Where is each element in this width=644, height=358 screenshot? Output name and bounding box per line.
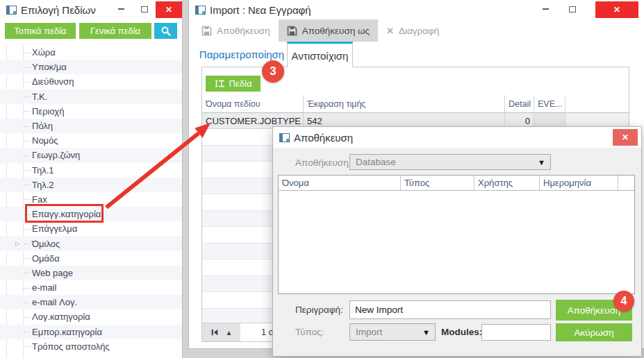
save-dialog: Αποθήκευση ✕ Αποθήκευση σε: Database ▼ Ό… — [273, 127, 641, 356]
field-picker-titlebar: Επιλογή Πεδίων ✕ — [0, 0, 182, 19]
field-cursor-icon — [215, 79, 225, 88]
maximize-button[interactable] — [565, 0, 579, 18]
tab-mapping[interactable]: Αντιστοίχιση — [287, 42, 353, 67]
step-badge-3: 3 — [262, 60, 284, 83]
field-picker-window: Επιλογή Πεδίων ✕ Τοπικά πεδία Γενικά πεδ… — [0, 0, 182, 358]
saved-items-grid: Όνομα Τύπος Χρήστης Ημερομηνία — [278, 175, 635, 294]
cell-detail[interactable]: 0 — [505, 113, 534, 128]
minimize-button[interactable] — [538, 0, 552, 18]
field-label: Υποκ/μα — [32, 62, 67, 72]
modules-input[interactable] — [481, 324, 551, 341]
field-label: Τ.Κ. — [32, 92, 47, 102]
cell-eve[interactable] — [534, 113, 565, 128]
field-list-item[interactable]: Διεύθυνση — [0, 74, 182, 89]
column-header[interactable]: Τύπος — [401, 176, 474, 190]
save-dialog-titlebar: Αποθήκευση ✕ — [273, 127, 641, 148]
field-list-item[interactable]: Πόλη — [0, 119, 182, 133]
field-label: Επάγγελμα — [32, 223, 77, 234]
dialog-cancel-button[interactable]: Ακύρωση — [556, 323, 632, 341]
field-list-item[interactable]: e-mail Λογ. — [0, 295, 182, 309]
delete-toolbar-button[interactable]: ✕ Διαγραφή — [378, 19, 447, 42]
pager-buttons: ▲ — [202, 323, 240, 341]
save-icon — [201, 26, 212, 36]
field-label: Τηλ.2 — [32, 180, 54, 190]
field-label: Fax — [32, 194, 47, 205]
window-form-icon — [6, 6, 17, 15]
modules-label: Modules: — [441, 327, 482, 337]
toolbar: Αποθήκευση Αποθήκευση ως ✕ Διαγραφή — [189, 19, 644, 42]
type-dropdown[interactable]: Import ▼ — [349, 323, 436, 341]
minimize-button[interactable] — [114, 0, 128, 18]
fields-button[interactable]: Πεδία — [206, 76, 261, 92]
field-list-item[interactable]: Χώρα — [0, 45, 182, 60]
search-button[interactable] — [154, 23, 177, 39]
cell-value-expression[interactable]: 542 — [304, 113, 505, 128]
field-list-item[interactable]: Τ.Κ. — [0, 90, 182, 104]
field-picker-title: Επιλογή Πεδίων — [21, 4, 96, 16]
field-label: Όμιλος — [32, 239, 60, 249]
maximize-button[interactable] — [138, 0, 151, 18]
field-label: Διεύθυνση — [32, 76, 74, 87]
field-list-item[interactable]: Γεωγρ.ζώνη — [0, 148, 182, 162]
chevron-down-icon: ▼ — [538, 158, 545, 167]
field-list-item[interactable]: Λογ.κατηγορία — [0, 309, 182, 324]
field-list-item[interactable]: Εμπορ.κατηγορία — [0, 325, 182, 339]
field-label: Τηλ.1 — [32, 165, 54, 176]
field-list-item[interactable]: Υποκ/μα — [0, 60, 182, 74]
field-label: Νομός — [32, 135, 58, 146]
field-label: Επαγγ.κατηγορία — [32, 209, 101, 219]
first-record-icon[interactable] — [210, 328, 219, 336]
window-form-icon — [195, 6, 206, 15]
save-to-dropdown[interactable]: Database ▼ — [349, 154, 551, 170]
field-list: ΧώραΥποκ/μαΔιεύθυνσηΤ.Κ.ΠεριοχήΠόληΝομός… — [0, 45, 182, 358]
field-label: Web page — [32, 268, 73, 278]
save-as-toolbar-button[interactable]: Αποθήκευση ως — [279, 19, 378, 42]
step-badge-4: 4 — [613, 291, 634, 312]
cell-extra[interactable] — [565, 113, 629, 128]
field-label: Εμπορ.κατηγορία — [32, 327, 102, 337]
field-list-item[interactable]: ▷Όμιλος — [0, 236, 182, 250]
page: Επιλογή Πεδίων ✕ Τοπικά πεδία Γενικά πεδ… — [0, 0, 644, 358]
field-label: e-mail Λογ. — [32, 297, 77, 307]
column-header[interactable]: Ημερομηνία — [540, 176, 618, 190]
tab-bar: Παραμετροποίηση Αντιστοίχιση — [189, 42, 644, 67]
field-list-item[interactable]: Web page — [0, 266, 182, 280]
field-label: Τρόπος αποστολής — [32, 341, 110, 352]
column-header[interactable]: Έκφραση τιμής — [304, 95, 505, 112]
field-list-item[interactable]: Περιοχή — [0, 104, 182, 119]
field-list-item[interactable]: e-mail — [0, 280, 182, 295]
field-list-item[interactable]: Fax — [0, 192, 182, 207]
pager-text: 1 σ — [261, 327, 274, 337]
field-label: Γεωγρ.ζώνη — [32, 150, 80, 160]
collapse-up-icon[interactable]: ▲ — [226, 329, 233, 336]
field-label: Ομάδα — [32, 253, 60, 264]
column-header[interactable]: Όνομα πεδίου — [202, 95, 304, 112]
column-header[interactable]: Όνομα — [279, 176, 401, 190]
field-label: Πόλη — [32, 121, 53, 131]
column-header — [565, 95, 629, 112]
save-toolbar-button[interactable]: Αποθήκευση — [201, 19, 279, 42]
close-button[interactable]: ✕ — [156, 1, 182, 18]
description-label: Περιγραφή: — [295, 305, 343, 315]
field-label: Λογ.κατηγορία — [32, 312, 90, 322]
close-button[interactable]: ✕ — [595, 1, 638, 18]
chevron-down-icon: ▼ — [422, 328, 430, 336]
close-button[interactable]: ✕ — [613, 129, 638, 146]
cell-field-name[interactable]: CUSTOMER.JOBTYPE — [202, 113, 304, 128]
column-header[interactable]: Χρήστης — [474, 176, 540, 190]
field-list-item[interactable]: Τρόπος αποστολής — [0, 339, 182, 354]
import-titlebar: Import : Νεα Εγγραφή ✕ — [189, 0, 644, 19]
field-list-item[interactable]: Τηλ.1 — [0, 163, 182, 178]
expand-arrow-icon[interactable]: ▷ — [15, 240, 20, 247]
field-label: Περιοχή — [32, 106, 64, 117]
field-list-item[interactable]: Επαγγ.κατηγορία — [0, 207, 182, 221]
general-fields-button[interactable]: Γενικά πεδία — [79, 23, 151, 39]
column-header[interactable]: Detail — [505, 95, 534, 112]
field-list-item[interactable]: Επάγγελμα — [0, 221, 182, 236]
field-list-item[interactable]: Νομός — [0, 133, 182, 148]
column-header[interactable]: EVE... — [534, 95, 565, 112]
local-fields-button[interactable]: Τοπικά πεδία — [5, 23, 76, 39]
description-input[interactable] — [349, 300, 551, 319]
field-list-item[interactable]: Ομάδα — [0, 251, 182, 266]
field-list-item[interactable]: Τηλ.2 — [0, 178, 182, 192]
